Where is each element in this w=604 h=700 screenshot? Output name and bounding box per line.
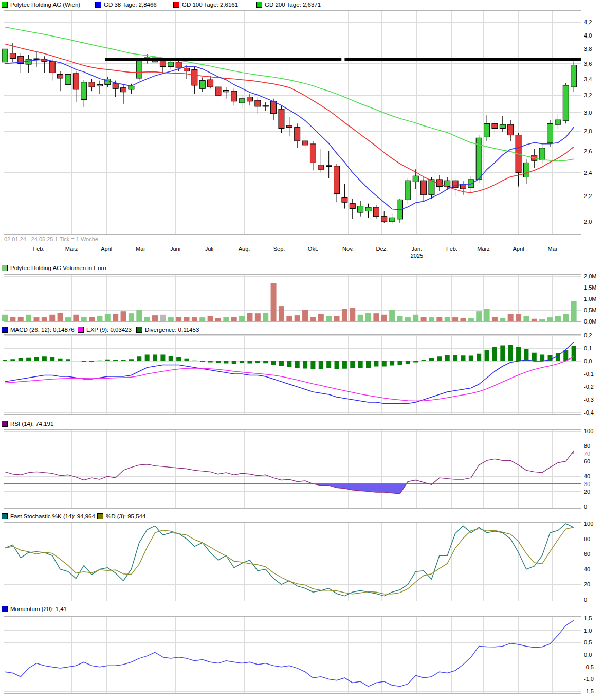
rsi-indicator [5, 451, 574, 494]
month-label: März [65, 246, 78, 252]
month-label: Mai [136, 246, 145, 252]
axis-tick-label: -0,5 [584, 664, 594, 670]
axis-tick-label: -0,4 [584, 409, 594, 416]
macd-panel [4, 334, 581, 414]
price-panel [4, 10, 581, 234]
axis-tick-label: 20 [584, 581, 590, 587]
axis-tick-label: 3,2 [584, 92, 592, 98]
axis-tick-label: 100 [584, 520, 593, 527]
axis-tick-label: 0 [584, 597, 587, 603]
axis-tick-label: 2,2 [584, 193, 592, 199]
axis-tick-label: 0 [584, 504, 587, 510]
axis-tick-label: -0,2 [584, 384, 594, 390]
month-label: Feb. [33, 246, 44, 252]
axis-tick-label: 2,6 [584, 148, 592, 154]
month-label: Juni [170, 246, 180, 252]
axis-tick-label: 0,5M [584, 307, 596, 313]
axis-tick-label: 1,5M [584, 284, 596, 291]
candlesticks [2, 43, 577, 224]
axis-tick-label: 2,0M [584, 273, 596, 279]
month-label: März [477, 246, 489, 252]
axis-tick-label: 4,0 [584, 32, 592, 39]
stoch-panel [4, 522, 581, 601]
axis-tick-label: 40 [584, 473, 590, 479]
axis-tick-label: 1,5 [584, 615, 592, 621]
month-label: Juli [205, 246, 214, 252]
axis-tick-label: 2,4 [584, 170, 592, 176]
month-label: Dez. [376, 246, 388, 252]
axis-tick-label: 80 [584, 443, 590, 449]
axis-tick-label: -0,3 [584, 397, 594, 403]
axis-tick-label: 4,2 [584, 19, 592, 25]
axis-tick-label: 1,0 [584, 627, 592, 634]
stock-chart-page: Polytec Holding AG (Wien) GD 38 Tage: 2,… [0, 0, 604, 700]
axis-tick-label: 80 [584, 536, 590, 542]
axis-tick-label: 100 [584, 428, 593, 434]
axis-tick-label: 2,8 [584, 128, 592, 134]
axis-tick-label: -1,5 [584, 688, 594, 694]
month-label: April [101, 246, 112, 252]
axis-tick-label: 0,1 [584, 345, 592, 351]
month-label: Nov. [342, 246, 354, 252]
axis-tick-label: 40 [584, 566, 590, 572]
axis-tick-label: 70 [584, 451, 590, 457]
axis-tick-label: 0,0M [584, 318, 596, 325]
year-label: 2025 [411, 253, 423, 259]
gd40-line [5, 27, 574, 161]
axis-tick-label: 60 [584, 458, 590, 464]
month-label: April [513, 246, 524, 252]
axis-tick-label: -0,1 [584, 371, 594, 377]
date-range-label: 02.01.24 - 24.05.25 1 Tick = 1 Woche [4, 236, 98, 242]
axis-tick-label: -1,0 [584, 676, 594, 682]
stochastic-indicator [5, 524, 574, 596]
axis-tick-label: 3,0 [584, 110, 592, 116]
month-label: Jan. [411, 246, 422, 252]
month-label: Mai [548, 246, 557, 252]
month-label: Aug. [239, 246, 250, 252]
axis-tick-label: 3,4 [584, 76, 592, 82]
month-label: Feb. [446, 246, 457, 252]
axis-tick-label: 0,2 [584, 332, 592, 338]
chart-canvas[interactable]: 4,24,03,83,63,43,23,02,82,62,42,22,02,0M… [0, 0, 604, 700]
axis-tick-label: 0,5 [584, 639, 592, 645]
axis-tick-label: 0,0 [584, 652, 592, 658]
axis-tick-label: 1,0M [584, 296, 596, 302]
volume-panel [4, 274, 581, 321]
axis-tick-label: 3,6 [584, 61, 592, 67]
month-label: Sep. [273, 246, 285, 252]
axis-tick-label: 60 [584, 551, 590, 557]
month-label: Okt. [308, 246, 318, 252]
mom-panel [4, 616, 581, 693]
volume-bars [2, 283, 577, 321]
rsi-panel [4, 429, 581, 508]
axis-tick-label: 0,0 [584, 358, 592, 364]
axis-tick-label: 2,0 [584, 219, 592, 225]
macd-indicator [3, 342, 576, 404]
axis-tick-label: 3,8 [584, 46, 592, 52]
axis-tick-label: 20 [584, 489, 590, 495]
axis-tick-label: 30 [584, 481, 590, 487]
